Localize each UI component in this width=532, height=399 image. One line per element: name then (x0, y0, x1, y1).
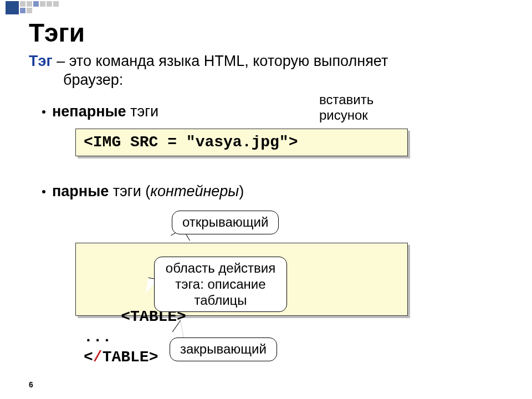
bullet-unpaired-strong: непарные (52, 103, 126, 120)
definition-rest1: – это команда языка HTML, которую выполн… (53, 53, 388, 69)
bullet-paired: парные тэги (контейнеры) (42, 183, 244, 200)
page-number: 6 (29, 380, 33, 389)
slide-title: Тэги (29, 18, 85, 48)
bullet-unpaired-rest: тэги (126, 103, 159, 120)
callout-closing: закрывающий (170, 337, 277, 361)
bullet-dot-icon (42, 110, 45, 114)
definition-term: Тэг (29, 53, 53, 69)
definition-text: Тэг – это команда языка HTML, которую вы… (29, 52, 388, 90)
callout-area: область действия тэга: описание таблицы (154, 257, 287, 312)
code-img-text: <IMG SRC = "vasya.jpg"> (84, 134, 298, 151)
bullet-paired-rest: тэги ( (109, 183, 150, 200)
definition-rest2: браузер: (63, 71, 123, 88)
bullet-paired-strong: парные (52, 183, 109, 200)
code-block-img: <IMG SRC = "vasya.jpg"> (75, 129, 408, 156)
code-table-close-pre: < (84, 349, 93, 366)
bullet-dot-icon (42, 190, 45, 193)
code-table-mid: ... (84, 329, 111, 346)
code-table-close-post: TABLE> (103, 349, 158, 366)
callout-opening: открывающий (172, 211, 279, 234)
bullet-paired-close: ) (239, 183, 244, 200)
bullet-unpaired: непарные тэги (42, 103, 158, 120)
slide-decoration (0, 0, 532, 16)
hint-insert-image: вставить рисунок (319, 92, 374, 122)
bullet-paired-ital: контейнеры (150, 183, 239, 200)
code-table-close-slash: / (93, 349, 103, 366)
